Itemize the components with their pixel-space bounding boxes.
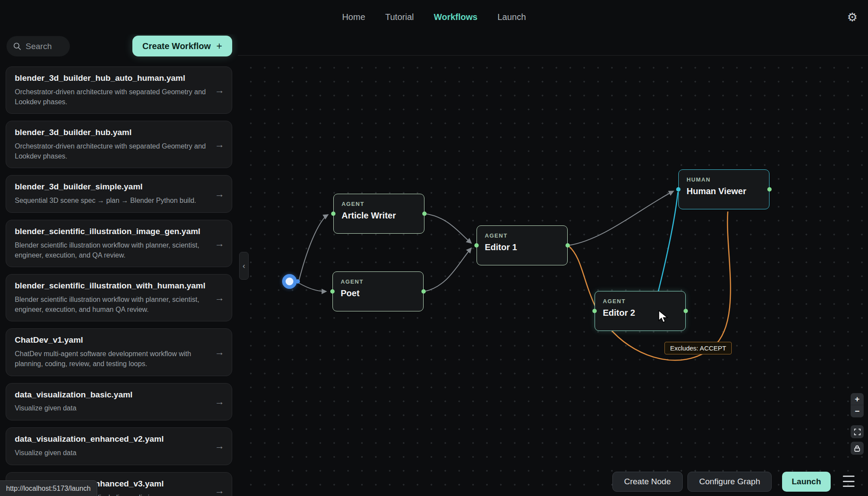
create-workflow-button[interactable]: Create Workflow + bbox=[132, 36, 232, 56]
main-nav: Home Tutorial Workflows Launch bbox=[342, 0, 526, 34]
arrow-right-icon: → bbox=[215, 396, 224, 407]
node-article-writer[interactable]: AGENT Article Writer bbox=[333, 194, 424, 234]
arrow-right-icon: → bbox=[215, 188, 224, 200]
configure-graph-button[interactable]: Configure Graph bbox=[687, 472, 772, 492]
search-input[interactable] bbox=[26, 42, 66, 51]
node-editor-2[interactable]: AGENT Editor 2 bbox=[595, 291, 686, 331]
node-name-label: Editor 2 bbox=[603, 308, 677, 318]
workflow-description: Orchestrator-driven architecture with se… bbox=[15, 142, 211, 161]
node-editor-1[interactable]: AGENT Editor 1 bbox=[477, 225, 568, 265]
node-human-viewer[interactable]: HUMAN Human Viewer bbox=[678, 169, 769, 209]
zoom-out-button[interactable]: − bbox=[851, 405, 864, 417]
workflow-name: blender_scientific_illustration_image_ge… bbox=[15, 227, 211, 237]
workflow-card[interactable]: blender_3d_builder_hub.yaml Orchestrator… bbox=[6, 121, 232, 168]
start-node-handle[interactable] bbox=[296, 279, 300, 284]
node-name-label: Poet bbox=[341, 288, 415, 298]
workflow-card[interactable]: data_visualization_enhanced_v2.yaml Visu… bbox=[6, 427, 232, 465]
workflow-name: ChatDev_v1.yaml bbox=[15, 335, 211, 345]
launch-button[interactable]: Launch bbox=[782, 472, 831, 492]
output-handle[interactable] bbox=[422, 212, 427, 216]
node-name-label: Human Viewer bbox=[687, 186, 761, 196]
arrow-right-icon: → bbox=[215, 292, 224, 304]
search-box[interactable] bbox=[7, 36, 70, 56]
workflow-list: blender_3d_builder_hub_auto_human.yaml O… bbox=[0, 66, 238, 496]
output-handle[interactable] bbox=[421, 289, 426, 294]
workflow-card[interactable]: data_visualization_basic.yaml Visualize … bbox=[6, 383, 232, 421]
workflow-description: Visualize given data bbox=[15, 448, 211, 458]
output-handle[interactable] bbox=[684, 309, 688, 313]
arrow-right-icon: → bbox=[215, 485, 224, 496]
menu-hamburger-icon[interactable] bbox=[843, 476, 856, 487]
top-nav-bar: Home Tutorial Workflows Launch ⚙ bbox=[0, 0, 868, 34]
workflow-name: blender_3d_builder_simple.yaml bbox=[15, 182, 211, 192]
input-handle[interactable] bbox=[676, 187, 681, 192]
arrow-right-icon: → bbox=[215, 85, 224, 96]
nav-home[interactable]: Home bbox=[342, 12, 365, 22]
start-node[interactable] bbox=[282, 274, 297, 289]
node-type-label: AGENT bbox=[342, 201, 416, 207]
workflow-name: blender_scientific_illustration_with_hum… bbox=[15, 281, 211, 291]
chevron-left-icon: ‹ bbox=[243, 261, 245, 271]
workflow-card[interactable]: blender_scientific_illustration_with_hum… bbox=[6, 274, 232, 321]
nav-tutorial[interactable]: Tutorial bbox=[385, 12, 414, 22]
workflow-name: data_visualization_enhanced_v2.yaml bbox=[15, 434, 211, 444]
workflow-card[interactable]: blender_scientific_illustration_image_ge… bbox=[6, 220, 232, 267]
workflow-description: Orchestrator-driven architecture with se… bbox=[15, 87, 211, 107]
workflow-card[interactable]: ChatDev_v1.yaml ChatDev multi-agent soft… bbox=[6, 328, 232, 376]
workflow-description: Blender scientific illustration workflow… bbox=[15, 295, 211, 314]
workflow-description: Blender scientific illustration workflow… bbox=[15, 241, 211, 260]
node-type-label: AGENT bbox=[485, 232, 559, 239]
node-name-label: Article Writer bbox=[342, 211, 416, 221]
settings-gear-icon[interactable]: ⚙ bbox=[847, 11, 858, 23]
input-handle[interactable] bbox=[592, 309, 597, 313]
node-type-label: AGENT bbox=[341, 278, 415, 285]
output-handle[interactable] bbox=[767, 187, 772, 192]
input-handle[interactable] bbox=[331, 212, 335, 216]
nav-workflows[interactable]: Workflows bbox=[434, 12, 477, 22]
arrow-right-icon: → bbox=[215, 238, 224, 249]
workflow-card[interactable]: blender_3d_builder_hub_auto_human.yaml O… bbox=[6, 66, 232, 114]
input-handle[interactable] bbox=[474, 243, 479, 248]
lock-icon bbox=[854, 445, 860, 452]
workflow-name: blender_3d_builder_hub.yaml bbox=[15, 128, 211, 138]
workflow-card[interactable]: blender_3d_builder_simple.yaml Sequentia… bbox=[6, 175, 232, 213]
workflow-name: blender_3d_builder_hub_auto_human.yaml bbox=[15, 73, 211, 83]
workflow-description: ChatDev multi-agent software development… bbox=[15, 349, 211, 369]
link-preview-status: http://localhost:5173/launch bbox=[0, 480, 97, 496]
search-icon bbox=[13, 42, 21, 50]
node-name-label: Editor 1 bbox=[485, 242, 559, 252]
canvas-toolbar-strip bbox=[238, 34, 868, 56]
lock-button[interactable] bbox=[851, 442, 864, 455]
workflow-sidebar: Create Workflow + blender_3d_builder_hub… bbox=[0, 34, 238, 496]
sidebar-collapse-button[interactable]: ‹ bbox=[239, 252, 249, 280]
fit-view-icon bbox=[854, 429, 861, 435]
node-poet[interactable]: AGENT Poet bbox=[332, 271, 424, 311]
arrow-right-icon: → bbox=[215, 440, 224, 452]
arrow-right-icon: → bbox=[215, 139, 224, 150]
app-root: Home Tutorial Workflows Launch ⚙ AGENT A… bbox=[0, 0, 868, 496]
output-handle[interactable] bbox=[566, 243, 570, 248]
plus-icon: + bbox=[217, 40, 222, 52]
create-node-button[interactable]: Create Node bbox=[612, 472, 683, 492]
node-type-label: AGENT bbox=[603, 298, 677, 304]
zoom-in-button[interactable]: + bbox=[851, 393, 864, 405]
workflow-name: data_visualization_basic.yaml bbox=[15, 390, 211, 400]
create-workflow-label: Create Workflow bbox=[142, 41, 210, 51]
workflow-description: Sequential 3D scene spec → plan → Blende… bbox=[15, 196, 211, 206]
zoom-controls: + − bbox=[851, 393, 864, 455]
fit-view-button[interactable] bbox=[851, 425, 864, 438]
nav-launch[interactable]: Launch bbox=[497, 12, 526, 22]
edge-condition-tooltip: Excludes: ACCEPT bbox=[664, 342, 732, 354]
arrow-right-icon: → bbox=[215, 347, 224, 358]
node-type-label: HUMAN bbox=[687, 176, 761, 183]
workflow-description: Visualize given data bbox=[15, 403, 211, 413]
input-handle[interactable] bbox=[330, 289, 335, 294]
